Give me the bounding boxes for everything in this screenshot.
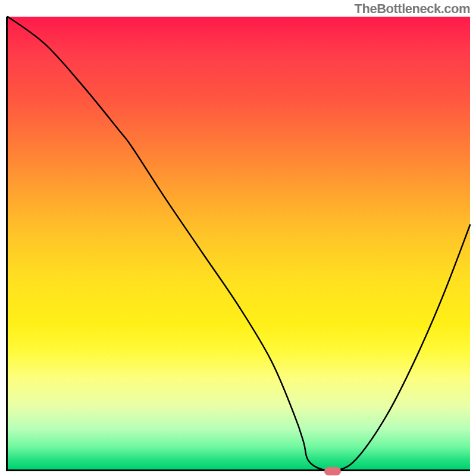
watermark-text: TheBottleneck.com [355, 1, 470, 17]
chart-line-svg [8, 17, 470, 469]
chart-marker [324, 467, 341, 475]
bottleneck-curve [8, 17, 470, 471]
chart-plot-area [6, 17, 470, 471]
